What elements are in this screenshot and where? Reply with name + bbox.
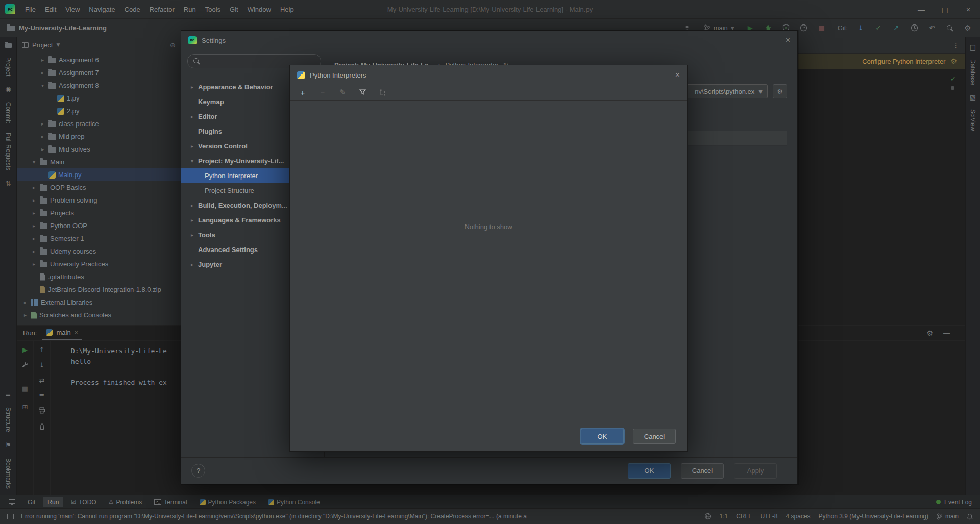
remove-interpreter-button[interactable]: − (318, 88, 327, 97)
interpreters-cancel-button[interactable]: Cancel (633, 429, 676, 444)
interpreters-toolbar: + − ✎ (290, 85, 687, 101)
python-logo-icon (297, 71, 305, 79)
interpreters-dialog-titlebar[interactable]: Python Interpreters × (290, 65, 687, 85)
interpreters-ok-button[interactable]: OK (581, 429, 624, 444)
close-icon[interactable]: × (675, 70, 680, 80)
interpreters-dialog-title: Python Interpreters (310, 71, 366, 79)
edit-interpreter-button[interactable]: ✎ (338, 88, 347, 97)
interpreters-list-area[interactable]: Nothing to show (290, 101, 687, 421)
interpreters-dialog-footer: OK Cancel (290, 421, 687, 451)
add-interpreter-button[interactable]: + (298, 88, 307, 97)
show-hierarchy-icon[interactable] (378, 88, 387, 97)
python-interpreters-dialog: Python Interpreters × + − ✎ Nothing to s… (289, 65, 688, 452)
empty-state-text: Nothing to show (464, 223, 512, 231)
filter-icon[interactable] (358, 88, 367, 97)
